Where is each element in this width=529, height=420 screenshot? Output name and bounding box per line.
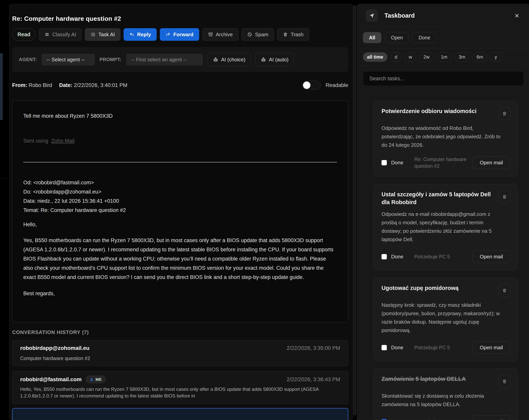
task-description: Następny krok: sprawdź, czy masz składni… — [382, 301, 503, 335]
quote-temat: Temat: Re: Computer hardware question #2 — [23, 208, 337, 213]
done-label: Done — [391, 419, 403, 420]
time-filter-d[interactable]: d — [391, 52, 401, 62]
history-item[interactable]: robobirdapp@zohomail.eu 2/22/2026, 3:35:… — [12, 340, 348, 366]
delete-task-button[interactable] — [499, 107, 510, 120]
taskboard-panel: Taskboard ✕ All Open Done all time d w 2… — [357, 4, 529, 420]
date-label: Date: — [59, 82, 72, 88]
open-mail-button[interactable]: Open mail — [473, 415, 510, 420]
mail-meta-row: From: Robo Bird Date: 2/22/2026, 3:40:01… — [12, 81, 348, 90]
delete-task-button[interactable] — [499, 375, 510, 388]
done-label: Done — [391, 160, 403, 166]
task-title: Ustal szczegóły i zamów 5 laptopów Dell … — [382, 190, 499, 206]
task-title: Zamówienie 5 laptopów DELLA — [382, 375, 499, 383]
background-divider — [0, 179, 8, 179]
done-label: Done — [391, 254, 403, 260]
zoho-mail-link[interactable]: Zoho Mail — [51, 138, 75, 144]
conversation-history-heading: CONVERSATION HISTORY (7) — [12, 329, 348, 335]
quote-data: Data: niedz., 22 lut 2026 15:36:41 +0100 — [23, 198, 337, 204]
trash-icon — [502, 379, 507, 384]
me-badge: ME — [86, 376, 106, 383]
classify-ai-button[interactable]: Classify AI — [39, 28, 82, 41]
time-filter-w[interactable]: w — [405, 52, 416, 62]
vertical-scrollbar[interactable] — [354, 5, 356, 415]
time-filter-2w[interactable]: 2w — [419, 52, 434, 62]
task-ai-button[interactable]: Task AI — [85, 28, 120, 41]
read-status-badge: Read — [12, 28, 36, 41]
open-mail-button[interactable]: Open mail — [473, 156, 510, 169]
history-timestamp: 2/22/2026, 3:36:43 PM — [287, 377, 340, 383]
delete-task-button[interactable] — [499, 284, 510, 297]
open-mail-button[interactable]: Open mail — [473, 341, 510, 354]
task-mail-reference: Potrzebuje PC 5 — [414, 344, 469, 351]
email-divider — [23, 162, 337, 163]
readable-toggle[interactable] — [302, 81, 321, 90]
done-checkbox[interactable] — [382, 160, 387, 165]
done-label: Done — [391, 345, 403, 351]
time-filter-alltime[interactable]: all time — [363, 52, 387, 62]
time-filter-1m[interactable]: 1m — [437, 52, 451, 62]
me-badge-label: ME — [96, 377, 102, 382]
open-mail-button[interactable]: Open mail — [473, 250, 510, 263]
ai-choice-button[interactable]: AI (choice) — [208, 53, 251, 66]
trash-icon — [283, 32, 288, 37]
close-icon[interactable]: ✕ — [515, 12, 519, 19]
done-checkbox-checked[interactable]: ✓ — [382, 419, 387, 420]
trash-label: Trash — [291, 31, 304, 38]
filter-done[interactable]: Done — [412, 32, 436, 43]
done-checkbox[interactable] — [382, 345, 387, 350]
task-description: Odpowiedz na wiadomość od Robo Bird, pot… — [382, 124, 503, 149]
task-card: Zamówienie 5 laptopów DELLA Skontaktować… — [373, 368, 517, 420]
taskboard-header: Taskboard ✕ — [357, 4, 529, 27]
robot-icon — [261, 57, 266, 62]
history-sender: robobirdapp@zohomail.eu — [20, 345, 90, 351]
agent-select[interactable]: -- Select agent -- — [41, 54, 95, 66]
reply-label: Reply — [137, 31, 151, 38]
archive-icon — [208, 32, 213, 37]
task-card: Ustal szczegóły i zamów 5 laptopów Dell … — [373, 184, 517, 270]
archive-label: Archive — [216, 31, 233, 38]
done-checkbox[interactable] — [382, 254, 387, 259]
delete-task-button[interactable] — [499, 190, 510, 203]
reply-icon — [129, 32, 134, 37]
task-title: Ugotować zupę pomidorową — [382, 284, 499, 292]
forward-icon — [165, 32, 171, 37]
task-ai-label: Task AI — [98, 31, 115, 38]
time-filter-6m[interactable]: 6m — [472, 52, 487, 62]
ai-auto-button[interactable]: AI (auto) — [255, 53, 294, 66]
trash-icon — [502, 194, 507, 199]
filter-open[interactable]: Open — [385, 32, 409, 43]
ai-choice-label: AI (choice) — [221, 57, 245, 63]
task-description: Skontaktować się z dostawcą w celu złoże… — [382, 392, 503, 409]
ai-auto-label: AI (auto) — [269, 57, 289, 63]
prompt-label: PROMPT: — [99, 57, 121, 62]
selected-history-item-partial[interactable] — [12, 408, 348, 420]
trash-icon — [502, 288, 507, 293]
agent-toolbar: AGENT: -- Select agent -- PROMPT: AI (ch… — [12, 47, 348, 72]
robot-icon — [213, 57, 218, 62]
history-preview: Hello, Yes, B550 motherboards can run th… — [20, 386, 340, 399]
archive-button[interactable]: Archive — [202, 28, 238, 41]
agent-label: AGENT: — [19, 57, 37, 62]
page-title: Re: Computer hardware question #2 — [12, 15, 348, 22]
prompt-input[interactable] — [126, 54, 203, 66]
filter-all[interactable]: All — [363, 32, 381, 43]
trash-button[interactable]: Trash — [277, 28, 309, 41]
quote-od: Od: <robobird@fastmail.com> — [23, 180, 337, 185]
spam-button[interactable]: Spam — [241, 28, 274, 41]
reply-button[interactable]: Reply — [124, 28, 157, 41]
spam-icon — [247, 32, 252, 37]
divider — [357, 66, 529, 66]
trash-icon — [502, 111, 507, 116]
time-filter-y[interactable]: y — [490, 52, 501, 62]
history-item[interactable]: robobird@fastmail.com ME 2/22/2026, 3:36… — [12, 371, 348, 404]
email-body-card: Tell me more about Ryzen 7 5800X3D Sent … — [12, 101, 348, 322]
search-tasks-input[interactable] — [363, 71, 524, 86]
forward-label: Forward — [173, 31, 194, 38]
from-label: From: — [12, 82, 27, 88]
time-filter-3m[interactable]: 3m — [455, 52, 469, 62]
forward-button[interactable]: Forward — [160, 28, 199, 41]
taskboard-pin-icon — [366, 10, 378, 22]
email-paragraph: Yes, B550 motherboards can run the Ryzen… — [23, 236, 337, 282]
history-sender: robobird@fastmail.com — [20, 376, 82, 383]
task-mail-reference: Re: Computer hardware question #2 — [414, 156, 469, 169]
